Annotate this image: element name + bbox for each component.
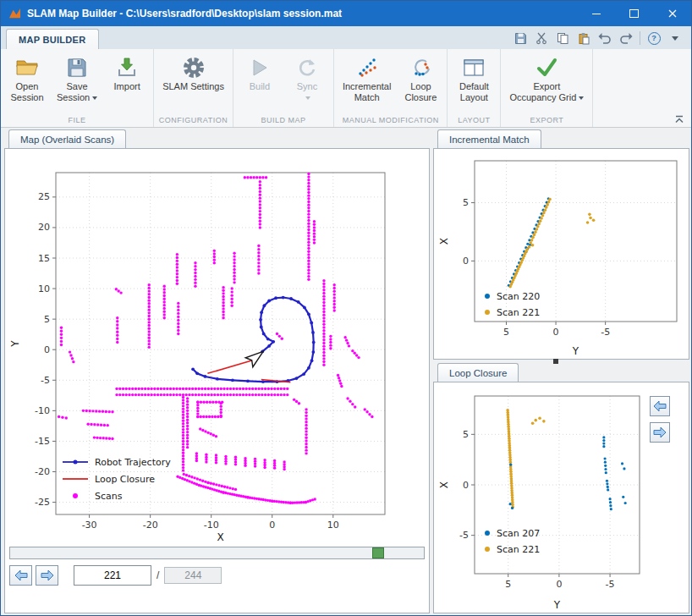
svg-text:Y: Y: [572, 345, 579, 357]
toolbar-options-button[interactable]: [667, 30, 683, 46]
svg-text:0: 0: [463, 256, 469, 267]
tab-incremental-match[interactable]: Incremental Match: [437, 129, 541, 148]
collapse-toolstrip-icon[interactable]: [674, 112, 684, 127]
svg-text:-5: -5: [601, 327, 610, 338]
open-session-button[interactable]: OpenSession: [4, 52, 50, 104]
import-icon: [117, 54, 137, 81]
default-layout-button[interactable]: DefaultLayout: [451, 52, 497, 104]
minimize-button[interactable]: [577, 1, 615, 26]
scan-slider-handle[interactable]: [372, 547, 384, 558]
toolstrip: OpenSession SaveSession Import FILE: [1, 49, 691, 128]
svg-text:0: 0: [269, 520, 275, 531]
scan-count-separator: /: [157, 569, 159, 581]
matlab-app-icon: [8, 8, 21, 20]
svg-text:10: 10: [327, 520, 339, 531]
scan-navigation: / 244: [9, 565, 222, 586]
total-scans-field: 244: [164, 567, 222, 584]
close-icon: [668, 9, 677, 18]
copy-icon[interactable]: [555, 30, 570, 46]
loop-closure-panel: Loop Closure 50-550-5YXScan 207Scan 221: [433, 363, 689, 613]
svg-text:-15: -15: [35, 436, 50, 447]
svg-text:-5: -5: [41, 375, 50, 386]
scan-slider-track[interactable]: [9, 547, 425, 559]
paste-icon[interactable]: [576, 30, 591, 46]
dropdown-arrow-icon: [92, 96, 97, 100]
window-title: SLAM Map Builder - C:\Users\sradford\Des…: [27, 8, 342, 19]
section-label-file: FILE: [3, 115, 151, 127]
section-label-layout: LAYOUT: [450, 115, 497, 127]
gear-icon: [182, 54, 206, 81]
maximize-icon: [629, 9, 639, 18]
cut-icon[interactable]: [534, 30, 549, 46]
layout-icon: [463, 54, 485, 81]
svg-text:5: 5: [503, 327, 509, 338]
svg-text:-20: -20: [35, 466, 50, 477]
checkmark-icon: [535, 54, 558, 81]
redo-icon[interactable]: [618, 30, 634, 46]
svg-text:-5: -5: [459, 530, 469, 541]
panel-splitter-grip[interactable]: [553, 359, 558, 364]
loop-closure-button[interactable]: LoopClosure: [398, 52, 443, 104]
map-chart[interactable]: -30-20-10010-25-20-15-10-50510152025XYRo…: [7, 151, 426, 545]
maximize-button[interactable]: [615, 1, 653, 26]
play-icon: [250, 54, 269, 81]
arrow-left-icon: [653, 400, 667, 412]
map-panel: Map (Overlaid Scans) -30-20-10010-25-20-…: [4, 129, 430, 613]
svg-text:0: 0: [44, 344, 50, 355]
minimize-icon: [592, 14, 601, 14]
section-manual-modification: IncrementalMatch LoopClosure MANUAL MODI…: [334, 49, 448, 127]
svg-text:5: 5: [463, 197, 469, 208]
tab-map-overlaid-scans[interactable]: Map (Overlaid Scans): [8, 129, 126, 148]
undo-icon[interactable]: [597, 30, 612, 46]
next-scan-button[interactable]: [36, 565, 58, 586]
arrow-right-icon: [653, 426, 667, 438]
import-button[interactable]: Import: [104, 52, 150, 93]
previous-loop-closure-button[interactable]: [650, 396, 670, 416]
section-configuration: SLAM Settings CONFIGURATION: [154, 49, 233, 127]
sync-icon: [297, 54, 317, 81]
section-label-export: EXPORT: [503, 115, 590, 127]
section-layout: DefaultLayout LAYOUT: [448, 49, 501, 127]
section-file: OpenSession SaveSession Import FILE: [1, 49, 154, 127]
svg-text:Scan 207: Scan 207: [497, 528, 540, 539]
save-session-button[interactable]: SaveSession: [52, 52, 102, 104]
loop-closure-panel-body: 50-550-5YXScan 207Scan 221: [433, 382, 689, 613]
svg-text:20: 20: [38, 222, 50, 233]
incremental-match-panel: Incremental Match 50-505YXScan 220Scan 2…: [433, 129, 689, 360]
quick-access-toolbar: ?: [513, 30, 691, 49]
folder-open-icon: [15, 54, 39, 81]
svg-text:-10: -10: [35, 405, 50, 416]
close-button[interactable]: [653, 1, 691, 26]
save-icon[interactable]: [513, 30, 528, 46]
map-panel-body: -30-20-10010-25-20-15-10-50510152025XYRo…: [4, 148, 430, 613]
export-occupancy-grid-button[interactable]: ExportOccupancy Grid: [504, 52, 589, 104]
svg-text:5: 5: [463, 429, 469, 440]
svg-text:Y: Y: [9, 340, 21, 348]
sync-button: Sync: [284, 52, 330, 104]
slam-settings-button[interactable]: SLAM Settings: [157, 52, 229, 93]
section-label-configuration: CONFIGURATION: [157, 115, 230, 127]
previous-scan-button[interactable]: [9, 565, 32, 586]
incremental-match-button[interactable]: IncrementalMatch: [338, 52, 396, 104]
tab-map-builder[interactable]: MAP BUILDER: [6, 29, 99, 49]
svg-text:Scan 220: Scan 220: [497, 291, 540, 302]
svg-text:Scans: Scans: [95, 491, 123, 502]
incremental-match-panel-body: 50-505YXScan 220Scan 221: [433, 148, 689, 360]
slam-map-builder-window: SLAM Map Builder - C:\Users\sradford\Des…: [0, 0, 692, 616]
dropdown-arrow-icon: [305, 96, 310, 100]
chevron-down-icon: [672, 36, 678, 41]
svg-text:-10: -10: [204, 520, 219, 531]
svg-text:0: 0: [463, 480, 469, 491]
incremental-match-chart[interactable]: 50-505YXScan 220Scan 221: [436, 151, 687, 359]
current-scan-input[interactable]: [74, 565, 151, 586]
loop-closure-navigation: [650, 396, 670, 443]
svg-text:-20: -20: [143, 520, 158, 531]
incremental-match-icon: [356, 54, 378, 81]
svg-text:25: 25: [38, 191, 50, 202]
next-loop-closure-button[interactable]: [650, 422, 670, 443]
svg-text:X: X: [438, 481, 450, 488]
svg-text:Loop Closure: Loop Closure: [95, 474, 155, 485]
tab-loop-closure[interactable]: Loop Closure: [437, 363, 519, 382]
svg-text:Scan 221: Scan 221: [497, 544, 540, 555]
help-button[interactable]: ?: [646, 30, 662, 46]
